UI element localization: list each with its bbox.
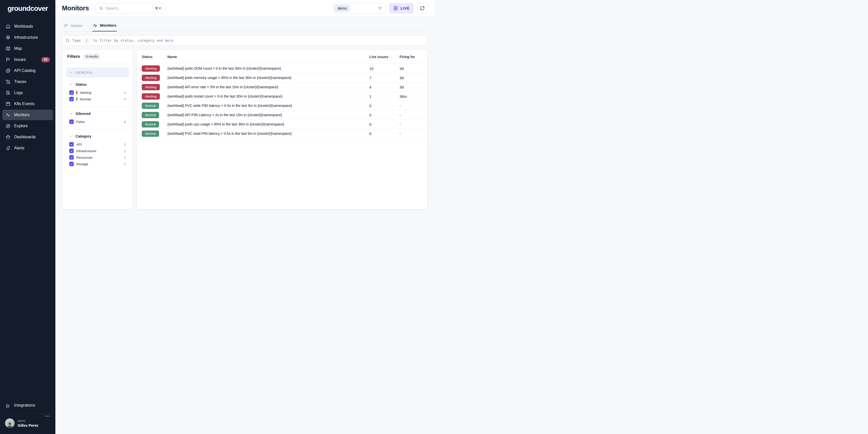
table-row[interactable]: Alerting {workload} pods memory usage > … bbox=[137, 73, 427, 82]
column-header-firing-for[interactable]: Firing for bbox=[400, 55, 422, 59]
sidebar-item-label: Workloads bbox=[14, 24, 33, 29]
live-issues-value: 0 bbox=[369, 104, 395, 108]
category-options: API 2 Infrastructure 2 Resources 2 bbox=[66, 142, 129, 166]
monitor-name: {workload} API P95 Latency > 2s in the l… bbox=[167, 113, 364, 117]
monitor-name: {workload} PVC read P95 latency > 0.5s i… bbox=[167, 132, 364, 136]
column-header-status[interactable]: Status bbox=[142, 55, 162, 59]
sidebar-item-workloads[interactable]: Workloads bbox=[2, 21, 53, 32]
live-issues-value: 7 bbox=[369, 76, 395, 80]
refresh-button[interactable] bbox=[417, 3, 428, 13]
filter-section-status[interactable]: Status bbox=[66, 82, 129, 87]
table-header-row: Status Name Live issues Firing for bbox=[137, 50, 427, 64]
monitor-filter-input[interactable]: Type / to filter by status, category and… bbox=[62, 35, 428, 45]
checkbox-checked[interactable] bbox=[69, 90, 74, 95]
checkbox-checked[interactable] bbox=[69, 148, 74, 153]
filter-section-silenced[interactable]: Silenced bbox=[66, 112, 129, 116]
checkbox-checked[interactable] bbox=[69, 155, 74, 160]
traces-icon bbox=[5, 79, 10, 84]
sidebar-item-label: Monitors bbox=[14, 113, 29, 117]
option-label: False bbox=[76, 120, 85, 124]
firing-for-value: 3d bbox=[400, 76, 422, 80]
sidebar-item-label: K8s Events bbox=[14, 102, 34, 106]
sidebar-item-label: Issues bbox=[14, 57, 26, 62]
firing-for-value: 38m bbox=[400, 94, 422, 99]
sidebar-item-alerts[interactable]: Alerts bbox=[2, 143, 53, 154]
option-label: API bbox=[76, 142, 82, 146]
filter-option-storage[interactable]: Storage 2 bbox=[69, 162, 126, 166]
live-issues-value: 4 bbox=[369, 85, 395, 89]
bell-plus-icon bbox=[5, 145, 10, 151]
column-header-name[interactable]: Name bbox=[167, 55, 364, 59]
option-count: 2 bbox=[124, 162, 126, 166]
sidebar-item-label: Explore bbox=[14, 124, 28, 128]
option-label: Storage bbox=[76, 162, 88, 166]
filter-option-false[interactable]: False 8 bbox=[69, 120, 126, 124]
checkbox-checked[interactable] bbox=[69, 162, 74, 166]
sidebar-nav: Workloads Infrastructure Map Issues 20 A… bbox=[0, 21, 55, 154]
table-row[interactable]: Normal {workload} pods cpu usage > 85% i… bbox=[137, 120, 427, 129]
sidebar-item-api-catalog[interactable]: API Catalog bbox=[2, 65, 53, 76]
content-cards: Filters 8 results GENERAL Status Alertin bbox=[62, 49, 428, 209]
checkbox-checked[interactable] bbox=[69, 120, 74, 124]
tab-issues[interactable]: Issues bbox=[63, 21, 83, 31]
layers-icon bbox=[5, 35, 10, 40]
tab-monitors[interactable]: Monitors bbox=[92, 21, 117, 31]
search-placeholder: Search... bbox=[106, 6, 121, 10]
sidebar-item-explore[interactable]: Explore bbox=[2, 121, 53, 131]
filter-option-alerting[interactable]: Alerting 4 bbox=[69, 90, 126, 95]
sidebar-item-logs[interactable]: Logs bbox=[2, 88, 53, 98]
monitor-name: {workload} pods restart count > 0 in the… bbox=[167, 94, 364, 98]
logs-icon bbox=[5, 90, 10, 95]
activity-icon bbox=[5, 112, 10, 118]
search-icon bbox=[99, 6, 103, 10]
api-catalog-icon bbox=[5, 68, 10, 73]
live-button[interactable]: LIVE bbox=[389, 3, 414, 13]
flag-icon bbox=[64, 23, 68, 28]
filter-option-normal[interactable]: Normal 4 bbox=[69, 97, 126, 101]
chevron-down-icon bbox=[69, 83, 73, 86]
sidebar-item-dashboards[interactable]: Dashboards bbox=[2, 132, 53, 142]
section-title: Category bbox=[75, 134, 91, 138]
sidebar-item-label: Dashboards bbox=[14, 135, 36, 139]
option-count: 8 bbox=[124, 120, 126, 124]
section-title: Silenced bbox=[75, 112, 91, 116]
tab-bar: Issues Monitors bbox=[62, 21, 428, 31]
checkbox-checked[interactable] bbox=[69, 142, 74, 146]
silenced-options: False 8 bbox=[66, 120, 129, 124]
filter-option-resources[interactable]: Resources 2 bbox=[69, 155, 126, 160]
option-count: 4 bbox=[124, 91, 126, 95]
filter-placeholder-suffix: to filter by status, category and more bbox=[93, 38, 174, 42]
filter-section-category[interactable]: Category bbox=[66, 134, 129, 138]
filter-group-general[interactable]: GENERAL bbox=[66, 67, 129, 77]
column-header-live-issues[interactable]: Live issues bbox=[369, 55, 395, 59]
status-options: Alerting 4 Normal 4 bbox=[66, 90, 129, 101]
sidebar-item-infrastructure[interactable]: Infrastructure bbox=[2, 32, 53, 43]
sidebar-item-map[interactable]: Map bbox=[2, 43, 53, 54]
sidebar-item-traces[interactable]: Traces bbox=[2, 76, 53, 87]
table-row[interactable]: Normal {workload} PVC read P95 latency >… bbox=[137, 129, 427, 138]
option-count: 2 bbox=[124, 149, 126, 153]
firing-for-value: 3d bbox=[400, 66, 422, 71]
search-input[interactable]: Search... ⌘ K bbox=[95, 3, 165, 13]
search-icon bbox=[65, 38, 70, 43]
chevron-down-icon bbox=[69, 112, 73, 115]
status-badge: Alerting bbox=[142, 84, 160, 90]
filter-lines-icon bbox=[378, 6, 383, 11]
table-row[interactable]: Normal {workload} PVC write P95 latency … bbox=[137, 101, 427, 110]
sidebar-item-issues[interactable]: Issues 20 bbox=[2, 54, 53, 65]
sidebar-item-k8s-events[interactable]: K8s Events bbox=[2, 99, 53, 109]
filter-option-api[interactable]: API 2 bbox=[69, 142, 126, 146]
option-count: 2 bbox=[124, 142, 126, 146]
environment-selector[interactable]: demo bbox=[333, 3, 386, 13]
table-row[interactable]: Normal {workload} API P95 Latency > 2s i… bbox=[137, 110, 427, 120]
filter-option-infrastructure[interactable]: Infrastructure 2 bbox=[69, 148, 126, 153]
table-row[interactable]: Alerting {workload} pods restart count >… bbox=[137, 92, 427, 101]
table-row[interactable]: Alerting {workload} API error rate > 5% … bbox=[137, 82, 427, 92]
page-title: Monitors bbox=[62, 4, 89, 12]
firing-for-value: - bbox=[400, 132, 422, 136]
sidebar-item-monitors[interactable]: Monitors bbox=[2, 110, 53, 120]
checkbox-checked[interactable] bbox=[69, 97, 74, 101]
table-row[interactable]: Alerting {workload} pods OOM count > 0 i… bbox=[137, 64, 427, 73]
sidebar-item-label: Alerts bbox=[14, 146, 24, 151]
map-icon bbox=[5, 46, 10, 51]
